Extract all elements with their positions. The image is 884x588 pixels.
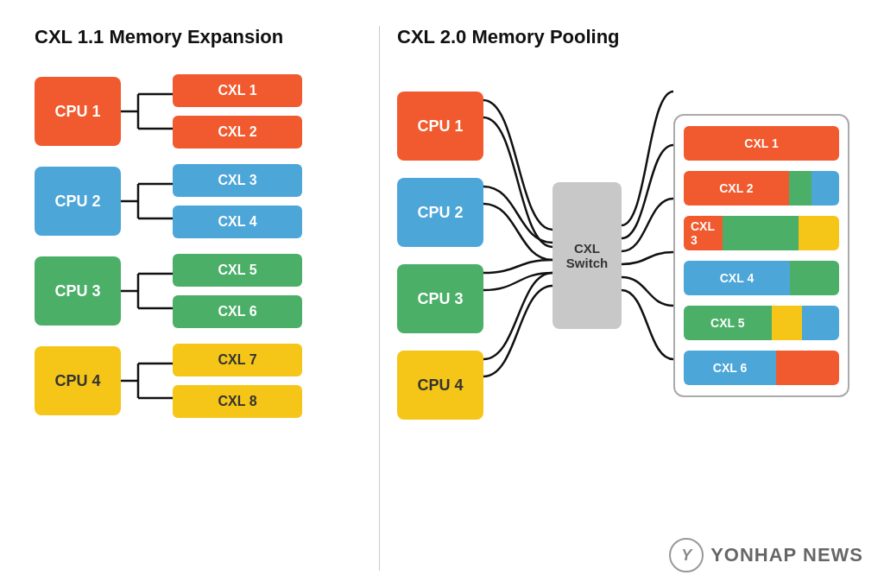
cxl-bar-1-segments: CXL 1 xyxy=(684,126,839,161)
cxl-bar-4-seg-1: CXL 4 xyxy=(684,261,790,295)
cxl-bar-2-seg-2 xyxy=(789,171,811,205)
main-container: CXL 1.1 Memory Expansion CPU 1 CXL 1 CXL… xyxy=(0,0,884,588)
left-connector-1 xyxy=(121,77,173,146)
right-cpu2: CPU 2 xyxy=(397,178,483,247)
cxl-bar-6-seg-1: CXL 6 xyxy=(684,351,776,385)
left-cxl3: CXL 3 xyxy=(173,164,302,197)
right-cxl-bar-1: CXL 1 xyxy=(684,126,839,161)
left-connector-4 xyxy=(121,346,173,415)
left-row-2: CPU 2 CXL 3 CXL 4 xyxy=(35,164,362,238)
left-cpu1: CPU 1 xyxy=(35,77,121,146)
cxl-bar-2-seg-3 xyxy=(811,171,839,205)
right-cxl-bar-2: CXL 2 xyxy=(684,171,839,205)
cxl-bar-2-seg-1: CXL 2 xyxy=(684,171,789,205)
cxl-bar-3-seg-3 xyxy=(799,216,839,250)
cxl-bar-4-seg-2 xyxy=(790,261,839,295)
left-cxl7: CXL 7 xyxy=(173,344,302,376)
right-cpu4: CPU 4 xyxy=(397,351,483,420)
left-cxl4: CXL 4 xyxy=(173,205,302,238)
right-switch-to-cxl-lines xyxy=(622,74,673,437)
cxl-bar-6-seg-2 xyxy=(776,351,839,385)
right-cxl-bar-4: CXL 4 xyxy=(684,261,839,295)
left-cxl8: CXL 8 xyxy=(173,385,302,418)
cxl-bar-3-seg-1: CXL 3 xyxy=(684,216,723,250)
yonhap-logo-circle: Y xyxy=(669,538,704,572)
left-cpu3: CPU 3 xyxy=(35,256,121,326)
left-row-4: CPU 4 CXL 7 CXL 8 xyxy=(35,344,362,418)
left-cxl1: CXL 1 xyxy=(173,74,302,107)
cxl-bar-5-seg-2 xyxy=(772,306,803,340)
cxl-bar-5-segments: CXL 5 xyxy=(684,306,839,340)
cxl-bar-1-seg-1: CXL 1 xyxy=(684,126,839,161)
right-cpu3: CPU 3 xyxy=(397,264,483,333)
right-cxl-column: CXL 1 CXL 2 CXL 3 xyxy=(673,114,849,397)
right-cpu1: CPU 1 xyxy=(397,92,483,161)
left-cpu2: CPU 2 xyxy=(35,167,121,236)
left-connector-3 xyxy=(121,256,173,326)
left-cxl-pair-3: CXL 5 CXL 6 xyxy=(173,254,302,328)
right-diagram: CPU 1 CPU 2 CPU 3 CPU 4 xyxy=(397,74,849,437)
left-cpu4: CPU 4 xyxy=(35,346,121,415)
watermark: Y YONHAP NEWS xyxy=(669,538,863,572)
left-cxl-pair-2: CXL 3 CXL 4 xyxy=(173,164,302,238)
cxl-bar-6-segments: CXL 6 xyxy=(684,351,839,385)
left-connector-2 xyxy=(121,167,173,236)
cxl-bar-3-seg-2 xyxy=(723,216,799,250)
cxl-switch-box: CXLSwitch xyxy=(552,182,622,329)
left-cxl6: CXL 6 xyxy=(173,295,302,328)
left-cxl-pair-4: CXL 7 CXL 8 xyxy=(173,344,302,418)
left-cxl-pair-1: CXL 1 CXL 2 xyxy=(173,74,302,149)
right-cpu-column: CPU 1 CPU 2 CPU 3 CPU 4 xyxy=(397,92,483,420)
right-cxl-bar-5: CXL 5 xyxy=(684,306,839,340)
left-row-1: CPU 1 CXL 1 CXL 2 xyxy=(35,74,362,149)
right-cpu-to-switch-lines xyxy=(483,74,552,437)
yonhap-text: YONHAP NEWS xyxy=(710,544,863,566)
cxl-bar-3-segments: CXL 3 xyxy=(684,216,839,250)
right-panel: CXL 2.0 Memory Pooling CPU 1 CPU 2 CPU 3… xyxy=(380,26,867,571)
left-title: CXL 1.1 Memory Expansion xyxy=(35,26,362,48)
right-title: CXL 2.0 Memory Pooling xyxy=(397,26,849,48)
left-cxl2: CXL 2 xyxy=(173,116,302,149)
left-cxl5: CXL 5 xyxy=(173,254,302,287)
cxl-bar-4-segments: CXL 4 xyxy=(684,261,839,295)
cxl-bar-2-segments: CXL 2 xyxy=(684,171,839,205)
cxl-bar-5-seg-3 xyxy=(802,306,839,340)
left-row-3: CPU 3 CXL 5 CXL 6 xyxy=(35,254,362,328)
right-cxl-bar-3: CXL 3 xyxy=(684,216,839,250)
right-cxl-bar-6: CXL 6 xyxy=(684,351,839,385)
cxl-bar-5-seg-1: CXL 5 xyxy=(684,306,772,340)
left-panel: CXL 1.1 Memory Expansion CPU 1 CXL 1 CXL… xyxy=(17,26,380,571)
